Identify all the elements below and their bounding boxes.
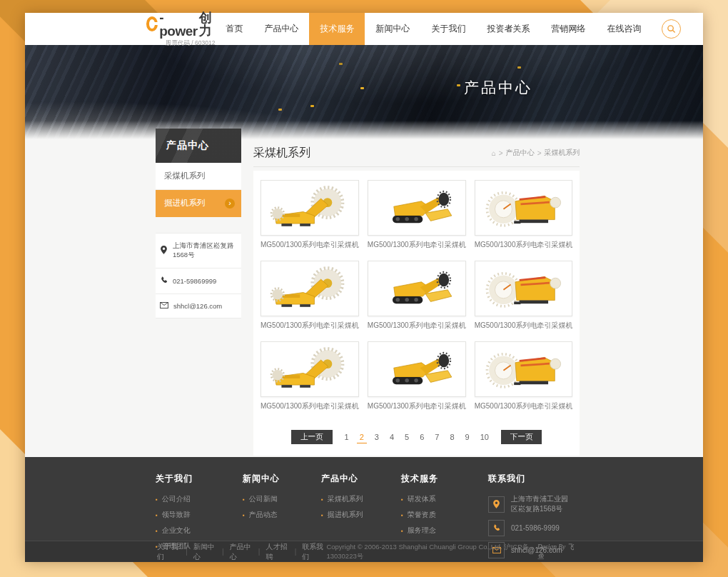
bottom-link[interactable]: 人才招聘: [264, 542, 290, 562]
footer-link-label: 荣誉资质: [408, 510, 436, 520]
product-image-roadheader: [368, 341, 466, 397]
bullet-icon: ▪: [321, 496, 323, 503]
nav-item-product-center[interactable]: 产品中心: [253, 13, 309, 45]
sidebar-item-coal-shearer-series[interactable]: 采煤机系列: [156, 163, 241, 190]
mail-icon: [160, 302, 168, 310]
bottom-link[interactable]: 新闻中心: [192, 542, 218, 562]
nav-item-investor-relations[interactable]: 投资者关系: [476, 13, 540, 45]
disc-machine-illustration: [480, 183, 567, 233]
bottom-links: 关于我们|新闻中心|产品中心|人才招聘|联系我们: [156, 542, 326, 562]
bullet-icon: ▪: [401, 496, 403, 503]
logo-text-en: -power: [159, 11, 197, 38]
product-name: MG500/1300系列电牵引采煤机: [261, 321, 359, 331]
page-number-10[interactable]: 10: [477, 431, 492, 443]
breadcrumb: ⌂ > 产品中心 > 采煤机系列: [492, 148, 580, 158]
footer-phone-text: 021-5986-9999: [511, 524, 560, 532]
product-card[interactable]: MG500/1300系列电牵引采煤机: [475, 261, 573, 331]
logo-c-ring-icon: [146, 16, 158, 31]
nav-item-marketing-network[interactable]: 营销网络: [540, 13, 596, 45]
footer-contact-column: 联系我们 上海市青浦工业园区崧复路1568号 021-5986-9999 shh…: [488, 473, 575, 541]
nav-item-tech-service[interactable]: 技术服务: [309, 13, 365, 45]
page-number-9[interactable]: 9: [462, 431, 472, 443]
phone-icon: [488, 520, 505, 536]
footer-link[interactable]: ▪采煤机系列: [321, 494, 401, 504]
bottom-link[interactable]: 联系我们: [300, 542, 326, 562]
bottom-bar: 关于我们|新闻中心|产品中心|人才招聘|联系我们 Copyright © 200…: [25, 541, 703, 562]
footer-link-label: 掘进机系列: [328, 510, 363, 520]
shearer-illustration: [266, 183, 353, 233]
chevron-right-icon: ›: [225, 199, 235, 209]
bullet-icon: ▪: [401, 512, 403, 518]
nav-item-about-us[interactable]: 关于我们: [420, 13, 476, 45]
sidebar-item-roadheader-series[interactable]: 掘进机系列›: [156, 190, 241, 217]
product-card[interactable]: MG500/1300系列电牵引采煤机: [368, 261, 466, 331]
footer-column-tech: 技术服务▪研发体系▪荣誉资质▪服务理念: [401, 473, 488, 541]
footer-link[interactable]: ▪公司新闻: [243, 494, 321, 504]
company-logo[interactable]: -power 创力 股票代码 / 603012: [146, 11, 215, 48]
next-page-button[interactable]: 下一页: [501, 430, 542, 444]
footer-link[interactable]: ▪研发体系: [401, 494, 488, 504]
page-number-7[interactable]: 7: [432, 431, 442, 443]
page-number-5[interactable]: 5: [402, 431, 412, 443]
stock-code-tagline: 股票代码 / 603012: [146, 39, 215, 48]
page-number-8[interactable]: 8: [447, 431, 457, 443]
product-card[interactable]: MG500/1300系列电牵引采煤机: [475, 180, 573, 250]
product-grid: MG500/1300系列电牵引采煤机 MG500/1300系列电牵引采煤机 MG…: [261, 180, 572, 411]
page-number-4[interactable]: 4: [387, 431, 397, 443]
footer-column-title: 产品中心: [321, 473, 401, 485]
nav-item-news-center[interactable]: 新闻中心: [365, 13, 420, 45]
footer-link[interactable]: ▪掘进机系列: [321, 510, 401, 520]
product-card[interactable]: MG500/1300系列电牵引采煤机: [261, 180, 359, 250]
product-image-discwheel: [475, 261, 573, 316]
bullet-icon: ▪: [156, 528, 158, 534]
product-card[interactable]: MG500/1300系列电牵引采煤机: [368, 180, 466, 250]
page-number-1[interactable]: 1: [342, 431, 352, 443]
phone-icon: [160, 276, 168, 286]
roadheader-illustration: [373, 264, 460, 313]
bullet-icon: ▪: [243, 512, 245, 518]
page-number-3[interactable]: 3: [372, 431, 382, 443]
product-card[interactable]: MG500/1300系列电牵引采煤机: [261, 261, 359, 331]
nav-item-online-consult[interactable]: 在线咨询: [596, 13, 652, 45]
link-separator: |: [186, 548, 188, 556]
content-area: 产品中心 采煤机系列掘进机系列› 上海市青浦区崧复路1568号 021-5986…: [25, 139, 703, 457]
product-card[interactable]: MG500/1300系列电牵引采煤机: [368, 341, 466, 411]
product-image-shearer: [261, 341, 359, 397]
product-card[interactable]: MG500/1300系列电牵引采煤机: [475, 341, 573, 411]
search-icon: [667, 24, 676, 34]
sidebar-phone-text: 021-59869999: [173, 277, 216, 285]
bullet-icon: ▪: [321, 512, 323, 518]
footer-link-label: 公司介绍: [162, 494, 191, 504]
product-image-roadheader: [368, 180, 466, 236]
pagination: 上一页 12345678910 下一页: [261, 430, 572, 444]
footer-link-label: 公司新闻: [249, 494, 278, 504]
page-number-6[interactable]: 6: [417, 431, 427, 443]
sidebar-email-text[interactable]: shhcl@126.com: [173, 302, 222, 310]
location-icon: [488, 496, 505, 513]
prev-page-button[interactable]: 上一页: [291, 430, 333, 444]
copyright-area: Copyright © 2006-2013 Shanghai Chuangli …: [326, 543, 575, 561]
breadcrumb-product-center[interactable]: 产品中心: [506, 148, 535, 158]
hero-banner: 产品中心: [25, 45, 703, 139]
nav-item-home[interactable]: 首页: [215, 13, 253, 45]
page-number-2[interactable]: 2: [357, 431, 367, 443]
footer-phone-row: 021-5986-9999: [488, 520, 575, 536]
product-name: MG500/1300系列电牵引采煤机: [475, 240, 573, 250]
footer-link[interactable]: ▪领导致辞: [156, 510, 243, 520]
footer-link-label: 领导致辞: [162, 510, 191, 520]
footer-link[interactable]: ▪荣誉资质: [401, 510, 488, 520]
site-header: -power 创力 股票代码 / 603012 首页产品中心技术服务新闻中心关于…: [25, 13, 703, 45]
footer-link[interactable]: ▪企业文化: [156, 526, 243, 536]
footer-link[interactable]: ▪服务理念: [401, 526, 488, 536]
footer-link[interactable]: ▪公司介绍: [156, 494, 243, 504]
logo-text-cn: 创力: [199, 11, 216, 37]
product-card[interactable]: MG500/1300系列电牵引采煤机: [261, 341, 359, 411]
bottom-link[interactable]: 关于我们: [156, 542, 181, 562]
product-name: MG500/1300系列电牵引采煤机: [261, 240, 359, 250]
bottom-link[interactable]: 产品中心: [228, 542, 254, 562]
product-image-discwheel: [475, 341, 573, 397]
home-icon[interactable]: ⌂: [492, 149, 496, 157]
product-name: MG500/1300系列电牵引采煤机: [368, 240, 466, 250]
search-button[interactable]: [662, 19, 681, 39]
footer-link[interactable]: ▪产品动态: [243, 510, 321, 520]
